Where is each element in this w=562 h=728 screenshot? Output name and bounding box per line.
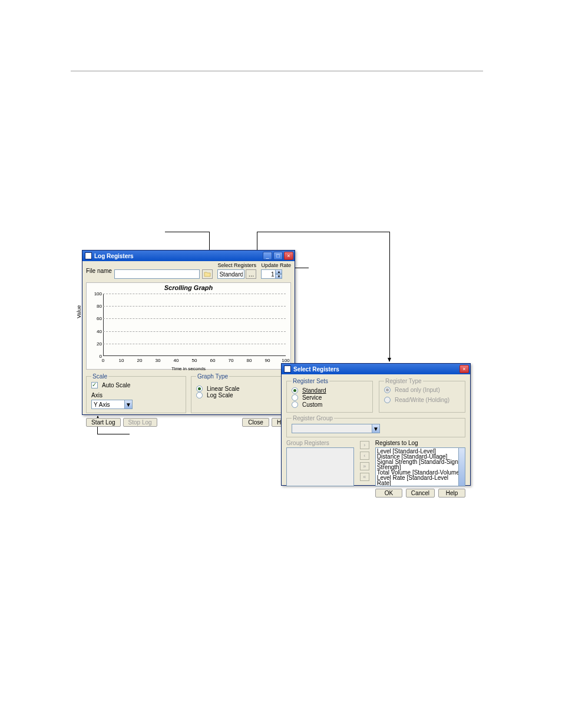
radio-icon xyxy=(292,401,298,408)
filename-input[interactable] xyxy=(114,269,200,279)
register-set-field xyxy=(217,269,244,279)
registers-to-log-legend: Registers to Log xyxy=(375,440,465,446)
radio-icon xyxy=(292,394,298,401)
spinner-down[interactable]: ▼ xyxy=(275,274,282,279)
list-item[interactable]: Signal Strength [Standard-Signal Strengt… xyxy=(377,459,464,470)
read-only-radio: Read only (Input) xyxy=(384,387,460,393)
log-scale-label: Log Scale xyxy=(207,392,233,398)
app-icon xyxy=(284,365,291,373)
register-sets-legend: Register Sets xyxy=(292,378,329,384)
graph-type-legend: Graph Type xyxy=(196,373,229,380)
group-registers-list xyxy=(286,447,354,486)
custom-label: Custom xyxy=(302,401,322,408)
update-rate-input[interactable] xyxy=(261,269,275,279)
start-log-button[interactable]: Start Log xyxy=(86,418,121,427)
auto-scale-checkbox[interactable]: Auto Scale xyxy=(91,382,181,388)
close-button[interactable]: × xyxy=(459,365,469,373)
ok-button[interactable]: OK xyxy=(375,489,402,498)
move-all-right-button: » xyxy=(360,462,369,470)
scale-fieldset: Scale Auto Scale Axis Y Axis ▼ xyxy=(86,373,186,413)
select-registers-window: Select Registers × Register Sets Standar… xyxy=(281,363,471,486)
read-write-radio: Read/Write (Holding) xyxy=(384,397,460,403)
arrow-to-select-window xyxy=(389,232,390,361)
move-buttons: › ‹ » « xyxy=(360,440,369,498)
axis-combo-value: Y Axis xyxy=(92,401,124,408)
arrow-connector-1 xyxy=(165,232,209,232)
register-group-fieldset: Register Group ▼ xyxy=(286,415,465,437)
radio-icon xyxy=(292,387,298,394)
register-group-legend: Register Group xyxy=(292,415,334,421)
radio-icon xyxy=(196,392,203,398)
minimize-button[interactable]: _ xyxy=(263,252,272,260)
checkbox-icon xyxy=(91,382,98,388)
read-write-label: Read/Write (Holding) xyxy=(395,397,449,403)
standard-radio[interactable]: Standard xyxy=(292,387,368,394)
scrolling-graph: Scrolling Graph Value 0 20 40 60 80 100 xyxy=(86,282,291,370)
register-type-legend: Register Type xyxy=(384,378,423,384)
log-scale-radio[interactable]: Log Scale xyxy=(196,392,286,398)
close-button[interactable]: × xyxy=(284,252,293,260)
list-item[interactable]: Level Rate [Standard-Level Rate] xyxy=(377,475,464,486)
arrow-connector-2 xyxy=(257,232,389,232)
graph-type-fieldset: Graph Type Linear Scale Log Scale xyxy=(191,373,291,413)
help-button[interactable]: Help xyxy=(438,489,465,498)
log-titlebar[interactable]: Log Registers _ □ × xyxy=(82,251,295,261)
read-only-label: Read only (Input) xyxy=(395,387,440,393)
move-all-left-button: « xyxy=(360,473,369,481)
standard-label: Standard xyxy=(302,387,326,394)
stop-log-button: Stop Log xyxy=(123,418,157,427)
group-registers-legend: Group Registers xyxy=(286,440,354,446)
axis-combo[interactable]: Y Axis ▼ xyxy=(91,400,133,409)
arrow-connector-start xyxy=(97,434,130,434)
update-rate-label: Update Rate xyxy=(261,262,291,268)
registers-to-log-list[interactable]: Level [Standard-Level] Distance [Standar… xyxy=(375,447,465,486)
horizontal-rule xyxy=(71,71,483,71)
chevron-down-icon: ▼ xyxy=(372,424,379,433)
custom-radio[interactable]: Custom xyxy=(292,401,368,408)
log-title: Log Registers xyxy=(94,253,263,259)
x-axis-label: Time in seconds xyxy=(87,366,290,371)
close-dialog-button[interactable]: Close xyxy=(242,418,269,427)
radio-icon xyxy=(384,397,391,403)
log-registers-window: Log Registers _ □ × File name Select Reg… xyxy=(82,250,295,415)
register-sets-fieldset: Register Sets Standard Service Custom xyxy=(286,378,373,413)
select-registers-label: Select Registers xyxy=(217,262,256,268)
filename-label: File name xyxy=(86,268,113,274)
auto-scale-label: Auto Scale xyxy=(102,382,130,388)
scale-legend: Scale xyxy=(91,373,108,380)
folder-icon xyxy=(204,271,211,277)
move-right-button: › xyxy=(360,441,369,449)
radio-icon xyxy=(384,387,391,393)
chevron-down-icon: ▼ xyxy=(124,400,132,409)
browse-button[interactable] xyxy=(202,269,213,279)
axis-label: Axis xyxy=(91,392,181,398)
maximize-button[interactable]: □ xyxy=(273,252,283,260)
cancel-button[interactable]: Cancel xyxy=(406,489,435,498)
service-label: Service xyxy=(302,394,322,401)
linear-scale-radio[interactable]: Linear Scale xyxy=(196,386,286,392)
select-title: Select Registers xyxy=(293,366,459,373)
select-registers-button[interactable]: … xyxy=(246,269,256,279)
select-titlebar[interactable]: Select Registers × xyxy=(282,364,470,374)
register-type-fieldset: Register Type Read only (Input) Read/Wri… xyxy=(379,378,465,413)
register-group-combo: ▼ xyxy=(292,424,380,433)
service-radio[interactable]: Service xyxy=(292,394,368,401)
radio-icon xyxy=(196,386,203,392)
move-left-button: ‹ xyxy=(360,452,369,460)
list-item[interactable]: Interface Level [Standard-InterfaceLevel… xyxy=(377,486,464,486)
graph-title: Scrolling Graph xyxy=(87,284,290,291)
y-axis-label: Value xyxy=(76,305,82,318)
app-icon xyxy=(85,252,92,259)
spinner-up[interactable]: ▲ xyxy=(275,269,282,274)
scrollbar[interactable] xyxy=(458,448,465,486)
linear-scale-label: Linear Scale xyxy=(207,386,240,392)
